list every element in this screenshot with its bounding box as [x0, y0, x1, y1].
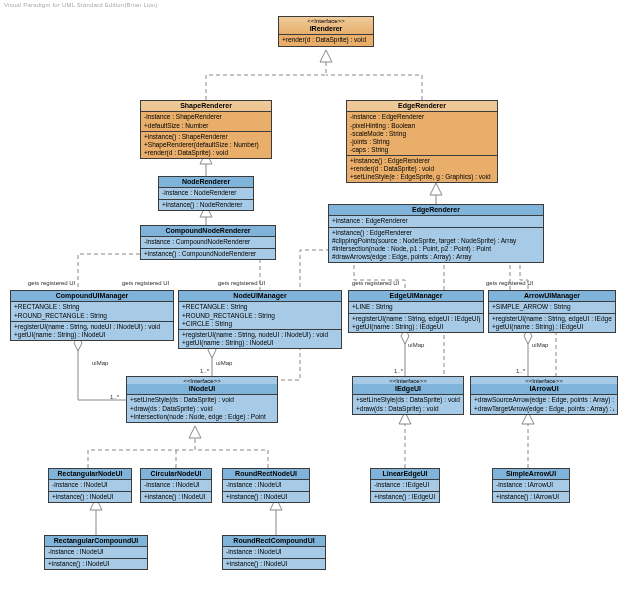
- class-compoundnoderenderer[interactable]: CompoundNodeRenderer -instance : Compoun…: [140, 225, 276, 260]
- rel-label: gets registered UI: [28, 280, 75, 286]
- op: +instance() : CompoundNodeRenderer: [144, 250, 272, 258]
- class-simplearrowui[interactable]: SimpleArrowUI -instance : IArrowUI +inst…: [492, 468, 570, 503]
- attr: +ROUND_RECTANGLE : String: [182, 312, 338, 320]
- attr: -caps : String: [350, 146, 494, 154]
- class-rectangularnodeui[interactable]: RectangularNodeUI -instance : INodeUI +i…: [48, 468, 132, 503]
- op: +drawSourceArrow(edge : Edge, points : A…: [474, 396, 614, 404]
- class-title: RoundRectCompoundUI: [223, 536, 325, 546]
- attr: +instance : EdgeRenderer: [332, 217, 540, 225]
- op: +setLineStyle(e : EdgeSprite, g : Graphi…: [350, 173, 494, 181]
- class-irenderer[interactable]: <<Interface>> IRenderer +render(d : Data…: [278, 16, 374, 47]
- class-title: EdgeRenderer: [329, 205, 543, 215]
- op: #drawArrows(edge : Edge, points : Array)…: [332, 253, 540, 261]
- class-title: RectangularCompoundUI: [45, 536, 147, 546]
- stereotype-label: <<Interface>>: [353, 377, 463, 384]
- class-rectangularcompoundui[interactable]: RectangularCompoundUI -instance : INodeU…: [44, 535, 148, 570]
- attr: -instance : CompoundNodeRenderer: [144, 238, 272, 246]
- rel-label: gets registered UI: [218, 280, 265, 286]
- op: +instance() : EdgeRenderer: [332, 229, 540, 237]
- attr: +SIMPLE_ARROW : String: [492, 303, 612, 311]
- class-edgeuimanager[interactable]: EdgeUIManager +LINE : String +registerUI…: [348, 290, 484, 333]
- stereotype-label: <<Interface>>: [127, 377, 277, 384]
- svg-marker-3: [430, 183, 442, 195]
- attr: +LINE : String: [352, 303, 480, 311]
- mult-label: 1..*: [200, 368, 209, 374]
- op: +instance() : IEdgeUI: [374, 493, 436, 501]
- interface-iedgeui[interactable]: <<Interface>> IEdgeUI +setLineStyle(ds :…: [352, 376, 464, 415]
- attr: +RECTANGLE : String: [14, 303, 170, 311]
- op: #clippingPoints(source : NodeSprite, tar…: [332, 237, 540, 245]
- op: +instance() : INodeUI: [52, 493, 128, 501]
- class-compounduimanager[interactable]: CompoundUIManager +RECTANGLE : String +R…: [10, 290, 174, 341]
- class-title: LinearEdgeUI: [371, 469, 439, 479]
- class-title: RectangularNodeUI: [49, 469, 131, 479]
- op: +ShapeRenderer(defaultSize : Number): [144, 141, 268, 149]
- attr: +CIRCLE : String: [182, 320, 338, 328]
- class-linearedgeui[interactable]: LinearEdgeUI -instance : IEdgeUI +instan…: [370, 468, 440, 503]
- interface-iarrowui[interactable]: <<Interface>> IArrowUI +drawSourceArrow(…: [470, 376, 618, 415]
- attr: -instance : IArrowUI: [496, 481, 566, 489]
- op: +render(d : DataSprite) : void: [144, 149, 268, 157]
- op: +drawTargetArrow(edge : Edge, points : A…: [474, 405, 614, 413]
- attr: -instance : IEdgeUI: [374, 481, 436, 489]
- interface-inodeui[interactable]: <<Interface>> INodeUI +setLineStyle(ds :…: [126, 376, 278, 423]
- class-title: CircularNodeUI: [141, 469, 211, 479]
- class-arrowuimanager[interactable]: ArrowUIManager +SIMPLE_ARROW : String +r…: [488, 290, 616, 333]
- op: +instance() : IArrowUI: [496, 493, 566, 501]
- class-title: IRenderer: [279, 24, 373, 34]
- class-circularnodeui[interactable]: CircularNodeUI -instance : INodeUI +inst…: [140, 468, 212, 503]
- op: +instance() : INodeUI: [226, 493, 306, 501]
- op: +getUI(name : String) : INodeUI: [14, 331, 170, 339]
- class-title: ShapeRenderer: [141, 101, 271, 111]
- op: +registerUI(name : String, nodeUI : INod…: [182, 331, 338, 339]
- op: +draw(ds : DataSprite) : void: [130, 405, 274, 413]
- class-title: INodeUI: [127, 384, 277, 394]
- class-title: EdgeRenderer: [347, 101, 497, 111]
- attr: -instance : NodeRenderer: [162, 189, 250, 197]
- attr: -instance : INodeUI: [144, 481, 208, 489]
- class-title: EdgeUIManager: [349, 291, 483, 301]
- svg-marker-0: [320, 50, 332, 62]
- attr: +ROUND_RECTANGLE : String: [14, 312, 170, 320]
- op: +registerUI(name : String, nodeUI : INod…: [14, 323, 170, 331]
- attr: -instance : INodeUI: [226, 548, 322, 556]
- class-shaperenderer[interactable]: ShapeRenderer -instance : ShapeRenderer …: [140, 100, 272, 159]
- attr: -scaleMode : String: [350, 130, 494, 138]
- rel-label: gets registered UI: [352, 280, 399, 286]
- op: +instance() : INodeUI: [226, 560, 322, 568]
- stereotype-label: <<Interface>>: [471, 377, 617, 384]
- op: +instance() : EdgeRenderer: [350, 157, 494, 165]
- rel-label: gets registered UI: [122, 280, 169, 286]
- rel-label: uiMap: [92, 360, 108, 366]
- op: +getUI(name : String) : IEdgeUI: [352, 323, 480, 331]
- op: +render(d : DataSprite) : void: [282, 36, 370, 44]
- class-roundrectcompoundui[interactable]: RoundRectCompoundUI -instance : INodeUI …: [222, 535, 326, 570]
- mult-label: 1..*: [110, 394, 119, 400]
- class-title: NodeUIManager: [179, 291, 341, 301]
- op: +getUI(name : String) : IEdgeUI: [492, 323, 612, 331]
- class-edgerenderer[interactable]: EdgeRenderer +instance : EdgeRenderer +i…: [328, 204, 544, 263]
- svg-marker-8: [189, 426, 201, 438]
- op: +draw(ds : DataSprite) : void: [356, 405, 460, 413]
- class-noderenderer[interactable]: NodeRenderer -instance : NodeRenderer +i…: [158, 176, 254, 211]
- class-title: NodeRenderer: [159, 177, 253, 187]
- op: +setLineStyle(ds : DataSprite) : void: [356, 396, 460, 404]
- attr: +RECTANGLE : String: [182, 303, 338, 311]
- class-title: CompoundUIManager: [11, 291, 173, 301]
- rel-label: uiMap: [408, 342, 424, 348]
- attr: +defaultSize : Number: [144, 122, 268, 130]
- class-roundrectnodeui[interactable]: RoundRectNodeUI -instance : INodeUI +ins…: [222, 468, 310, 503]
- rel-label: uiMap: [532, 342, 548, 348]
- mult-label: 1..*: [394, 368, 403, 374]
- class-nodeuimanager[interactable]: NodeUIManager +RECTANGLE : String +ROUND…: [178, 290, 342, 349]
- attr: -instance : ShapeRenderer: [144, 113, 268, 121]
- uml-diagram: Visual Paradigm for UML Standard Edition…: [0, 0, 621, 609]
- rel-label: gets registered UI: [486, 280, 533, 286]
- op: +instance() : NodeRenderer: [162, 201, 250, 209]
- op: +instance() : ShapeRenderer: [144, 133, 268, 141]
- class-edgerenderer-base[interactable]: EdgeRenderer -instance : EdgeRenderer -p…: [346, 100, 498, 183]
- watermark-text: Visual Paradigm for UML Standard Edition…: [4, 2, 158, 8]
- attr: -instance : EdgeRenderer: [350, 113, 494, 121]
- attr: -pixelHinting : Boolean: [350, 122, 494, 130]
- stereotype-label: <<Interface>>: [279, 17, 373, 24]
